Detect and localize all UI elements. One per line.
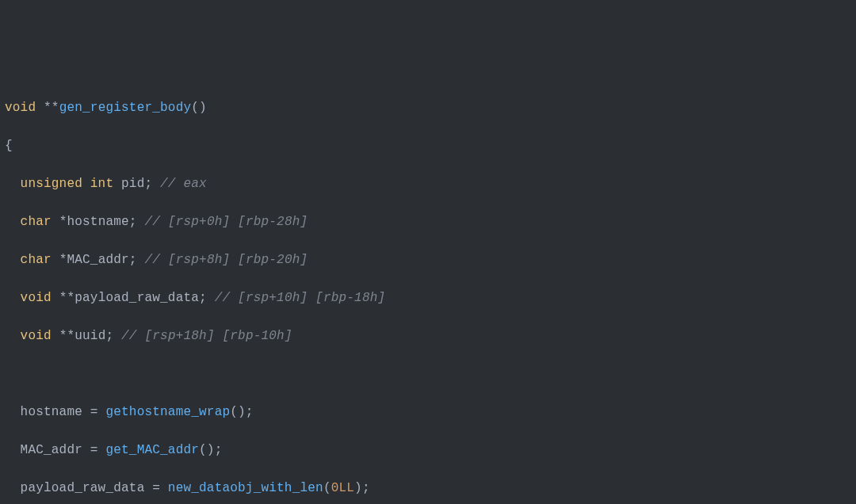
code-line: {: [5, 136, 851, 155]
variable: MAC_addr: [21, 443, 82, 457]
code-line: MAC_addr = get_MAC_addr();: [5, 441, 851, 460]
comment: // [rsp+8h] [rbp-20h]: [137, 253, 308, 267]
function-call: get_MAC_addr: [105, 443, 199, 457]
code-line: payload_raw_data = new_dataobj_with_len(…: [5, 479, 851, 498]
indent: [5, 481, 21, 495]
code-line: void **gen_register_body(): [5, 98, 851, 117]
operator: =: [82, 443, 105, 457]
function-name: gen_register_body: [59, 101, 192, 115]
operator: [36, 101, 44, 115]
operator: =: [82, 405, 105, 419]
punctuation: ;: [199, 291, 207, 305]
indent: [5, 329, 21, 343]
operator: *: [52, 253, 67, 267]
type-keyword: void: [21, 329, 52, 343]
code-line: void **uuid; // [rsp+18h] [rbp-10h]: [5, 326, 851, 346]
indent: [5, 215, 21, 229]
indent: [5, 443, 21, 457]
variable: pid: [121, 177, 144, 191]
punctuation: ;: [144, 177, 152, 191]
number-literal: 0LL: [331, 481, 354, 495]
type-keyword: char: [21, 215, 52, 229]
variable: hostname: [21, 405, 82, 419]
code-line: hostname = gethostname_wrap();: [5, 403, 851, 422]
variable: payload_raw_data: [21, 481, 145, 495]
punctuation: ();: [230, 405, 253, 419]
blank: [5, 367, 13, 381]
code-line: unsigned int pid; // eax: [5, 174, 851, 193]
operator: *: [52, 215, 67, 229]
type-keyword: void: [5, 101, 36, 115]
variable: payload_raw_data: [75, 291, 199, 305]
variable: uuid: [75, 329, 105, 343]
code-line: [5, 365, 851, 384]
indent: [5, 405, 21, 419]
code-line: char *MAC_addr; // [rsp+8h] [rbp-20h]: [5, 250, 851, 269]
code-line: char *hostname; // [rsp+0h] [rbp-28h]: [5, 212, 851, 231]
type-keyword: unsigned int: [21, 177, 114, 191]
variable: MAC_addr: [67, 253, 128, 267]
function-call: gethostname_wrap: [105, 405, 230, 419]
operator: =: [144, 481, 167, 495]
punctuation: ;: [105, 329, 113, 343]
code-line: void **payload_raw_data; // [rsp+10h] [r…: [5, 288, 851, 307]
comment: // [rsp+18h] [rbp-10h]: [113, 329, 292, 343]
punctuation: (): [191, 101, 207, 115]
punctuation: ;: [129, 253, 137, 267]
indent: [5, 291, 21, 305]
variable: hostname: [67, 215, 128, 229]
punctuation: (: [323, 481, 331, 495]
operator: **: [44, 101, 59, 115]
operator: **: [52, 291, 75, 305]
operator: **: [52, 329, 75, 343]
comment: // eax: [152, 177, 207, 191]
punctuation: ;: [129, 215, 137, 229]
indent: [5, 177, 21, 191]
punctuation: );: [354, 481, 370, 495]
type-keyword: void: [21, 291, 52, 305]
function-call: new_dataobj_with_len: [168, 481, 323, 495]
comment: // [rsp+0h] [rbp-28h]: [137, 215, 308, 229]
code-editor[interactable]: void **gen_register_body() { unsigned in…: [5, 79, 851, 504]
indent: [5, 253, 21, 267]
brace: {: [5, 139, 13, 153]
type-keyword: char: [21, 253, 52, 267]
punctuation: ();: [199, 443, 222, 457]
comment: // [rsp+10h] [rbp-18h]: [207, 291, 385, 305]
